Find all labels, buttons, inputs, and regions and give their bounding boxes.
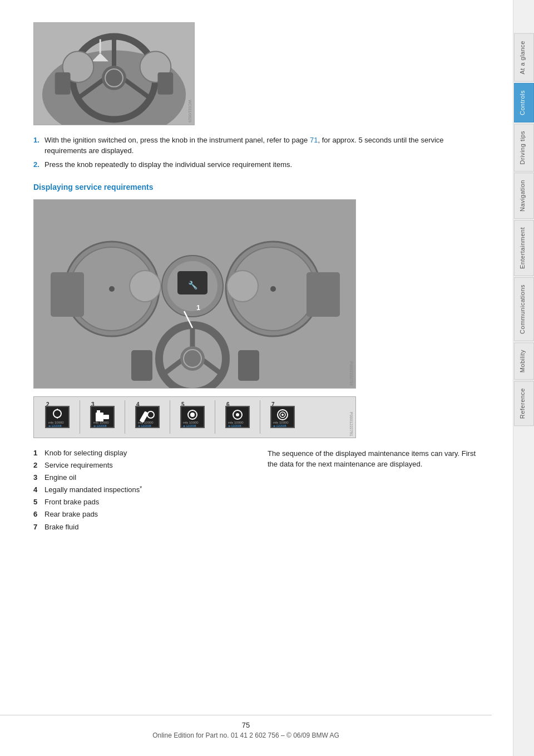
sidebar-tab-navigation[interactable]: Navigation <box>514 173 534 219</box>
large-image: 🔧 1 P0002222793 <box>33 199 356 389</box>
sidebar-tab-controls[interactable]: Controls <box>514 83 534 122</box>
svg-text:🔧: 🔧 <box>188 281 198 290</box>
svg-rect-34 <box>131 350 152 381</box>
sidebar-tab-driving-tips[interactable]: Driving tips <box>514 124 534 171</box>
page-wrapper: WC031/0629 1. With the ignition switched… <box>0 0 534 756</box>
top-image: WC031/0629 <box>33 22 195 125</box>
list-item-2: 2 Service requirements <box>33 460 251 470</box>
main-content: WC031/0629 1. With the ignition switched… <box>0 0 513 756</box>
sidebar-tab-entertainment[interactable]: Entertainment <box>514 220 534 276</box>
svg-text:⊕ 12/2008: ⊕ 12/2008 <box>48 424 62 427</box>
svg-point-70 <box>281 414 284 416</box>
sidebar-tab-at-a-glance[interactable]: At a glance <box>514 33 534 82</box>
instrument-strip: 2 mls 10000 ⊕ 12/2008 <box>33 396 356 438</box>
list-item-7: 7 Brake fluid <box>33 522 251 532</box>
sidebar: At a glance Controls Driving tips Naviga… <box>513 0 534 756</box>
sidebar-tab-communications[interactable]: Communications <box>514 277 534 341</box>
svg-rect-13 <box>157 72 173 95</box>
svg-text:1: 1 <box>196 303 200 312</box>
svg-point-39 <box>227 271 258 302</box>
svg-rect-35 <box>238 350 259 381</box>
svg-point-59 <box>190 413 195 417</box>
page-link-71[interactable]: 71 <box>310 136 318 144</box>
strip-item-5: 5 mls 10000 ⊕ 12/2008 <box>174 406 211 428</box>
section-heading: Displaying service requirements <box>33 183 485 192</box>
list-item-4: 4 Legally mandated inspections* <box>33 485 251 495</box>
svg-rect-12 <box>55 72 71 95</box>
strip-item-4: 4 mls 10000 ⊕ 12/2008 <box>128 406 166 428</box>
svg-rect-47 <box>96 413 103 421</box>
footer-text: Online Edition for Part no. 01 41 2 602 … <box>0 732 492 739</box>
list-item-1: 1 Knob for selecting display <box>33 448 251 458</box>
items-list: 1 Knob for selecting display 2 Service r… <box>33 448 251 532</box>
svg-text:⊕ 12/2008: ⊕ 12/2008 <box>183 424 196 427</box>
list-item-5: 5 Front brake pads <box>33 497 251 507</box>
steps-list: 1. With the ignition switched on, press … <box>33 135 485 170</box>
sidebar-tab-reference[interactable]: Reference <box>514 381 534 426</box>
svg-point-21 <box>270 286 276 292</box>
strip-divider-2 <box>125 400 125 434</box>
svg-rect-48 <box>103 415 109 419</box>
right-text-col: The sequence of the displayed maintenanc… <box>268 448 485 534</box>
page-number: 75 <box>0 721 492 729</box>
strip-divider-4 <box>215 400 215 434</box>
instrument-cluster-svg: 🔧 1 <box>34 200 356 389</box>
list-columns: 1 Knob for selecting display 2 Service r… <box>33 448 485 534</box>
strip-icon-3: mls 10000 ⊕ 12/2008 <box>90 406 115 428</box>
svg-rect-49 <box>97 410 100 414</box>
strip-icon-4: mls 10000 ⊕ 12/2008 <box>135 406 160 428</box>
strip-divider-3 <box>170 400 170 434</box>
list-item-3: 3 Engine oil <box>33 473 251 483</box>
svg-point-38 <box>130 271 161 302</box>
right-description: The sequence of the displayed maintenanc… <box>268 448 485 470</box>
step-2: 2. Press the knob repeatedly to display … <box>33 160 485 170</box>
svg-text:⊕ 12/2008: ⊕ 12/2008 <box>93 424 107 427</box>
list-item-6: 6 Rear brake pads <box>33 509 251 519</box>
strip-icon-5: mls 10000 ⊕ 12/2008 <box>180 406 205 428</box>
page-footer: 75 Online Edition for Part no. 01 41 2 6… <box>0 715 492 739</box>
large-image-watermark: P0002222793 <box>349 361 353 386</box>
strip-icon-7: mls 10000 ⊕ 12/2008 <box>270 406 295 428</box>
strip-watermark: P0001222791 <box>349 412 353 436</box>
items-list-col: 1 Knob for selecting display 2 Service r… <box>33 448 251 534</box>
strip-item-2: 2 mls 10000 ⊕ 12/2008 <box>38 406 76 428</box>
step-1: 1. With the ignition switched on, press … <box>33 135 485 156</box>
top-image-watermark: WC031/0629 <box>188 100 192 122</box>
svg-text:⊕ 12/2008: ⊕ 12/2008 <box>228 424 241 427</box>
svg-point-18 <box>109 286 115 292</box>
svg-text:⊕ 12/2008: ⊕ 12/2008 <box>138 424 151 427</box>
svg-rect-36 <box>51 272 84 317</box>
svg-point-64 <box>236 413 239 416</box>
strip-icon-6: mls 10000 ⊕ 12/2008 <box>225 406 250 428</box>
svg-rect-37 <box>306 272 340 317</box>
strip-divider-5 <box>260 400 260 434</box>
strip-icon-2: mls 10000 ⊕ 12/2008 <box>45 406 70 428</box>
steering-wheel-svg-small <box>34 22 194 125</box>
strip-item-7: 7 mls 10000 ⊕ 12/2008 <box>264 406 301 428</box>
top-image-placeholder <box>34 23 194 125</box>
svg-text:⊕ 12/2008: ⊕ 12/2008 <box>273 424 286 427</box>
strip-item-3: 3 mls 10000 ⊕ 12/2008 <box>83 406 121 428</box>
strip-divider-1 <box>80 400 80 434</box>
strip-item-6: 6 mls 10000 ⊕ 12/2008 <box>219 406 256 428</box>
sidebar-tab-mobility[interactable]: Mobility <box>514 342 534 380</box>
